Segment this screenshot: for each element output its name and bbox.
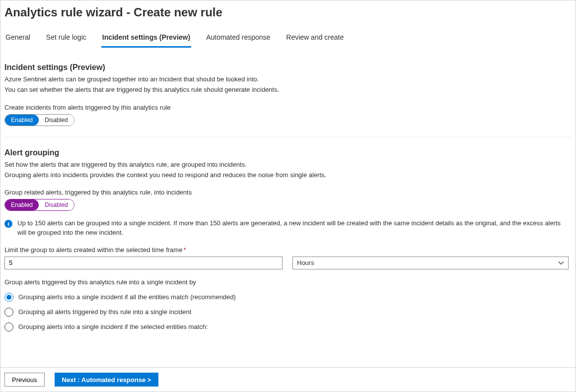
radio-label: Grouping alerts into a single incident i… (18, 323, 208, 330)
radio-entities-match[interactable]: Grouping alerts into a single incident i… (4, 290, 572, 305)
create-incidents-toggle[interactable]: Enabled Disabled (4, 114, 74, 126)
radio-selected-entities[interactable]: Grouping alerts into a single incident i… (4, 320, 572, 334)
incident-settings-desc1: Azure Sentinel alerts can be grouped tog… (4, 75, 572, 84)
radio-icon (4, 308, 13, 317)
grouping-info-note: i Up to 150 alerts can be grouped into a… (4, 219, 572, 237)
grouping-info-text: Up to 150 alerts can be grouped into a s… (17, 219, 564, 237)
incident-settings-title: Incident settings (Preview) (4, 63, 572, 72)
group-related-toggle[interactable]: Enabled Disabled (4, 199, 74, 211)
radio-icon (4, 293, 13, 302)
page-title: Analytics rule wizard - Create new rule (4, 5, 572, 19)
group-related-label: Group related alerts, triggered by this … (4, 189, 572, 196)
previous-button[interactable]: Previous (4, 373, 45, 387)
tab-bar: General Set rule logic Incident settings… (4, 33, 572, 48)
header: Analytics rule wizard - Create new rule … (0, 0, 576, 48)
divider (4, 137, 572, 137)
alert-grouping-desc1: Set how the alerts that are triggered by… (4, 160, 572, 170)
radio-label: Grouping alerts into a single incident i… (18, 293, 236, 301)
content-area: Incident settings (Preview) Azure Sentin… (0, 48, 576, 375)
group-related-enabled[interactable]: Enabled (5, 199, 39, 210)
create-incidents-enabled[interactable]: Enabled (5, 115, 39, 126)
radio-all-alerts[interactable]: Grouping all alerts triggered by this ru… (4, 305, 572, 320)
radio-label: Grouping all alerts triggered by this ru… (18, 308, 191, 316)
tab-review-create[interactable]: Review and create (285, 33, 345, 48)
timeframe-value-input[interactable] (4, 257, 283, 269)
group-related-disabled[interactable]: Disabled (39, 199, 74, 210)
group-by-label: Group alerts triggered by this analytics… (4, 278, 572, 286)
required-indicator: * (183, 246, 186, 254)
info-icon: i (4, 220, 12, 228)
incident-settings-desc2: You can set whether the alerts that are … (4, 85, 572, 95)
tab-automated-response[interactable]: Automated response (205, 33, 271, 48)
alert-grouping-title: Alert grouping (4, 148, 572, 157)
create-incidents-disabled[interactable]: Disabled (39, 115, 74, 126)
radio-icon (4, 323, 13, 331)
timeframe-label: Limit the group to alerts created within… (4, 246, 572, 254)
group-by-radio-group: Grouping alerts into a single incident i… (4, 290, 572, 334)
chevron-down-icon (558, 260, 564, 266)
tab-incident-settings[interactable]: Incident settings (Preview) (101, 33, 191, 48)
wizard-page: Analytics rule wizard - Create new rule … (0, 0, 576, 392)
tab-set-rule-logic[interactable]: Set rule logic (45, 33, 87, 48)
next-button[interactable]: Next : Automated response > (55, 373, 159, 387)
wizard-footer: Previous Next : Automated response > (0, 367, 576, 392)
timeframe-unit-value: Hours (297, 259, 314, 266)
timeframe-row: Hours (4, 257, 569, 269)
create-incidents-label: Create incidents from alerts triggered b… (4, 104, 572, 111)
alert-grouping-desc2: Grouping alerts into incidents provides … (4, 171, 572, 180)
timeframe-unit-select[interactable]: Hours (292, 257, 569, 269)
tab-general[interactable]: General (4, 33, 31, 48)
